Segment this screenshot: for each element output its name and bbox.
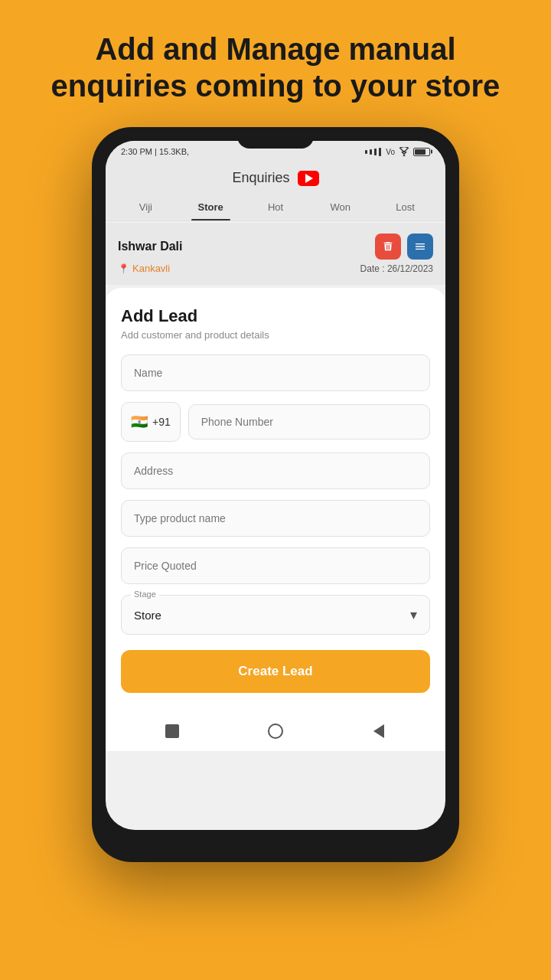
phone-row: 🇮🇳 +91 — [121, 402, 430, 442]
nav-bar — [106, 711, 445, 751]
lead-location: 📍 Kankavli Date : 26/12/2023 — [118, 263, 433, 274]
name-input[interactable] — [134, 367, 417, 379]
tab-viji[interactable]: Viji — [113, 194, 178, 220]
tab-hot[interactable]: Hot — [243, 194, 308, 220]
lead-actions — [375, 234, 433, 260]
stage-select[interactable]: Store ▾ — [122, 596, 429, 634]
tabs-bar: Viji Store Hot Won Lost — [106, 194, 445, 221]
tab-lost[interactable]: Lost — [373, 194, 438, 220]
add-lead-form: Add Lead Add customer and product detail… — [106, 288, 445, 711]
hero-title: Add and Manage manual enquiries coming t… — [15, 31, 536, 104]
lead-name: Ishwar Dali — [118, 240, 182, 253]
app-title: Enquiries — [232, 170, 289, 186]
status-time: 2:30 PM | 15.3KB, — [121, 147, 189, 156]
signal-bar-4 — [379, 148, 381, 156]
create-lead-button[interactable]: Create Lead — [121, 650, 430, 693]
trash-icon — [382, 240, 394, 253]
signal-bar-1 — [365, 150, 367, 154]
product-input[interactable] — [134, 512, 417, 524]
phone-mockup: 2:30 PM | 15.3KB, Vo — [92, 127, 459, 862]
country-selector[interactable]: 🇮🇳 +91 — [121, 402, 181, 442]
signal-icons — [365, 148, 381, 156]
address-field[interactable] — [121, 452, 430, 489]
signal-bar-3 — [374, 149, 377, 155]
stage-label: Stage — [131, 590, 159, 599]
lead-card: Ishwar Dali — [106, 223, 445, 285]
stage-value: Store — [134, 609, 161, 622]
product-field[interactable] — [121, 500, 430, 537]
phone-screen: 2:30 PM | 15.3KB, Vo — [106, 141, 445, 830]
price-input[interactable] — [134, 560, 417, 572]
app-header: Enquiries — [106, 162, 445, 194]
phone-input[interactable] — [188, 404, 430, 439]
stage-wrapper[interactable]: Stage Store ▾ — [121, 595, 430, 635]
address-input[interactable] — [134, 465, 417, 477]
back-icon — [373, 724, 384, 738]
price-field[interactable] — [121, 547, 430, 584]
country-flag: 🇮🇳 — [131, 413, 148, 430]
list-icon — [414, 240, 426, 253]
status-right: Vo — [365, 147, 430, 156]
delete-lead-button[interactable] — [375, 234, 401, 260]
yt-play-icon — [305, 174, 313, 183]
square-icon — [165, 724, 179, 738]
tab-store[interactable]: Store — [178, 194, 243, 220]
chevron-down-icon: ▾ — [410, 606, 417, 623]
form-title: Add Lead — [121, 306, 430, 326]
signal-bar-2 — [370, 149, 372, 155]
notch — [237, 127, 314, 149]
lead-date: Date : 26/12/2023 — [360, 263, 433, 274]
nav-square-button[interactable] — [163, 722, 181, 740]
info-lead-button[interactable] — [407, 234, 433, 260]
form-subtitle: Add customer and product details — [121, 329, 430, 341]
youtube-icon[interactable] — [298, 171, 319, 186]
tab-won[interactable]: Won — [308, 194, 373, 220]
nav-home-button[interactable] — [266, 722, 285, 740]
lead-city: Kankavli — [132, 263, 170, 274]
wifi-icon — [398, 147, 410, 156]
name-field[interactable] — [121, 354, 430, 391]
location-pin-icon: 📍 — [118, 263, 129, 274]
lead-card-header: Ishwar Dali — [118, 234, 433, 260]
country-code: +91 — [152, 416, 171, 428]
network-type: Vo — [386, 148, 395, 156]
circle-icon — [268, 724, 283, 739]
battery-icon — [413, 148, 430, 156]
nav-back-button[interactable] — [370, 722, 388, 740]
